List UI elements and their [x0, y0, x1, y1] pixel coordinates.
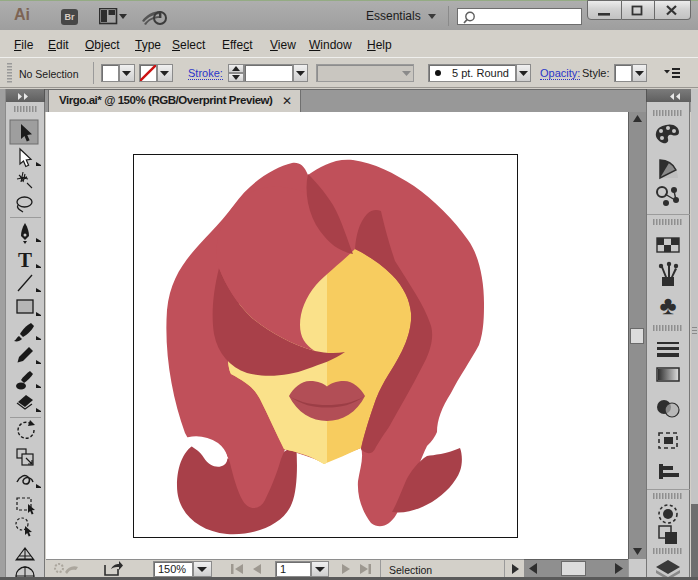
svg-text:♣: ♣ — [659, 290, 676, 320]
svg-text:T: T — [18, 248, 32, 272]
